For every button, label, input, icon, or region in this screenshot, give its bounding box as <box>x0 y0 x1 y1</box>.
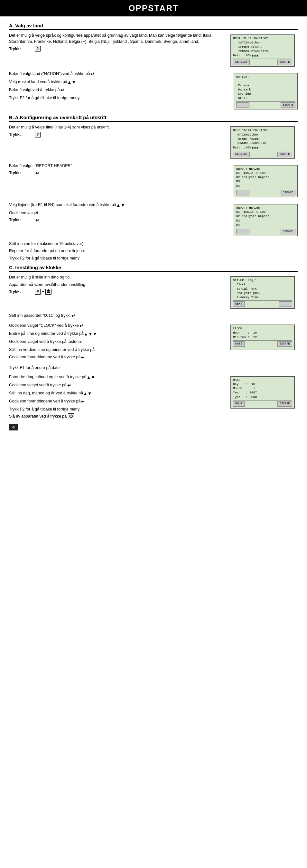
escape-button-2[interactable]: ESCAPE <box>277 152 292 157</box>
page-title: OPPSTART <box>128 3 179 13</box>
screen-line: R3 <box>236 219 296 223</box>
power-off-icon: ⏻ <box>68 413 74 419</box>
screen-line: R1 RIDGID FG-100 <box>236 171 296 175</box>
hour-button[interactable]: HOUR <box>233 401 245 407</box>
escape-button-6[interactable]: ESCAPE <box>277 401 292 407</box>
inst-f2: Trykk F2 for å gå tilbake til forrige me… <box>9 95 229 101</box>
section-b: B. A.Konfigurering av overskrift på utsk… <box>9 115 298 261</box>
section-a-trykk: Trykk: ? <box>9 46 227 52</box>
section-c-date: Trykk F1 for å endre på dato <box>9 365 298 372</box>
screen-line: REPORT HEADER <box>236 206 296 210</box>
screen-line: Serial Port <box>233 287 292 291</box>
section-b-screen3: REPORT HEADER R1 RIDGID FG-100 R2 Analys… <box>234 202 298 238</box>
screen-line: REPORT HEADER <box>236 167 296 171</box>
screen-line: SET-UP Pag.1 <box>233 278 292 282</box>
date-button[interactable]: DATE <box>233 341 245 347</box>
inst-select: Velg ønsket land ved å trykke på ▲ ▼ <box>9 79 229 86</box>
right-arrow-icon: ▼ <box>93 331 97 337</box>
lcd-screen-6: SET-UP Pag.1 Clock Serial Port Analysis … <box>230 276 295 309</box>
screen-line: R2 Analysis Report <box>236 175 296 179</box>
screen-line: R2 Analysis Report <box>236 214 296 218</box>
screen-line: NATION: <box>236 75 296 79</box>
escape-button[interactable]: ESCAPE <box>281 102 296 108</box>
section-b-trykk: Trykk: ? <box>9 132 227 138</box>
inst-nation: Bekreft valgt land ("NATION") ved å tryk… <box>9 71 229 78</box>
section-b-final: Sett inn verdier (maksimum 16 bokstaver)… <box>9 241 298 261</box>
section-b-title: B. A.Konfigurering av overskrift på utsk… <box>9 115 298 122</box>
lcd-screen-1: HELP 15:44 20/01/07 NATION:Other REPORT … <box>230 34 295 67</box>
section-b-screen2: REPORT HEADER R1 RIDGID FG-100 R2 Analys… <box>234 163 298 199</box>
screen-line: R4 <box>236 184 296 188</box>
question-mark-key: ? <box>35 46 40 52</box>
section-a-screen1: HELP 15:44 20/01/07 NATION:Other REPORT … <box>230 33 298 69</box>
screen-line: Minutes : 22 <box>233 335 292 339</box>
screen-line: R4 <box>236 223 296 227</box>
screen-line: R1 RIDGID FG-100 <box>236 210 296 214</box>
screen-line: Year : 2007 <box>233 391 292 395</box>
inst-confirm: Bekreft valgt ved å trykke på ↵ <box>9 87 229 94</box>
next-button[interactable]: NEXT <box>233 301 245 307</box>
service-button-2[interactable]: SERVICE <box>233 152 250 157</box>
section-b-lines: REPORT HEADER R1 RIDGID FG-100 R2 Analys… <box>9 202 298 238</box>
empty-button-2 <box>236 190 249 195</box>
screen-line <box>236 79 296 83</box>
empty-button-3 <box>236 229 249 235</box>
service-button[interactable]: SERVICE <box>233 60 250 65</box>
down-arrow-icon-3: ▼ <box>91 374 95 381</box>
down-arrow-icon-4: ▼ <box>88 390 92 397</box>
inst-confirm-time: Godkjenn valget ved å trykke på tasten ↵ <box>9 339 227 345</box>
up-arrow-icon-5: ▲ <box>83 390 88 397</box>
enter-icon-8: ↵ <box>81 354 85 361</box>
screen-buttons: ESCAPE <box>236 228 296 235</box>
screen-line: Month : 1 <box>233 386 292 391</box>
footer: 4 <box>9 424 298 430</box>
lcd-screen-8: DATE Day : 10 Month : 1 Year : 2007 Type… <box>230 376 295 409</box>
screen-line: HELP 15:44 20/01/07 <box>233 36 292 40</box>
inst-confirm-date: Godkjenn valget ved å trykke på ↵ <box>9 382 227 389</box>
empty-button <box>236 102 249 108</box>
empty-button-4 <box>279 301 292 307</box>
screen-buttons: SERVICE ESCAPE <box>233 59 292 65</box>
enter-icon-5: ↵ <box>71 313 75 319</box>
section-c-screen3: DATE Day : 10 Month : 1 Year : 2007 Type… <box>230 374 298 410</box>
inst-set-date: Still inn dag, måned og år ved å trykke … <box>9 390 227 397</box>
section-c-trykk: Trykk: ✕ + ⏻ <box>9 289 227 295</box>
screen-line: Type : EURO <box>233 395 292 399</box>
lcd-screen-3: HELP 15:44 20/01/07 NATION:Other REPORT … <box>230 126 295 159</box>
section-c-clock: Godkjenn valget "CLOCK" ved å trykke ↵ E… <box>9 322 298 362</box>
screen-line: CLOCK <box>233 327 292 331</box>
screen-line: NATION:Other <box>233 40 292 45</box>
section-b-body: Det er mulig å velge tittel (linje 1-4) … <box>9 124 227 130</box>
screen-line: REPORT HEADER <box>233 137 292 141</box>
escape-button-4[interactable]: ESCAPE <box>281 229 296 235</box>
enter-icon-6: ↵ <box>79 322 83 329</box>
inst-time-change: Endre på time og minutter ved å trykke p… <box>9 331 227 337</box>
escape-button-5[interactable]: ESCAPE <box>277 341 292 347</box>
escape-button[interactable]: ESCAPE <box>277 60 292 65</box>
up-arrow-icon-4: ▲ <box>86 374 91 381</box>
section-c-password: Sett inn passordet "0011" og trykk: ↵ <box>9 313 298 321</box>
screen-line: NATION:Other <box>233 133 292 137</box>
enter-icon: ↵ <box>91 71 95 78</box>
up-arrow-icon-3: ▲ <box>84 331 88 337</box>
enter-icon-4: ↵ <box>35 217 39 224</box>
section-b-intro: Det er mulig å velge tittel (linje 1-4) … <box>9 124 298 161</box>
escape-button-3[interactable]: ESCAPE <box>281 190 296 195</box>
section-c-screen1: SET-UP Pag.1 Clock Serial Port Analysis … <box>230 274 298 311</box>
screen-line: Day : 10 <box>233 382 292 386</box>
screen-line: SENSOR DIAGNOSIS <box>233 49 292 54</box>
inst-report-header: Bekreft valget "REPORT HEADER" <box>9 163 229 169</box>
enter-icon-10: ↵ <box>81 398 85 405</box>
down-arrow-icon-fill: ▼ <box>88 331 93 337</box>
screen-line: HELP 15:44 20/01/07 <box>233 128 292 132</box>
inst-change-date: Forandre dag, måned og år ved å trykke p… <box>9 374 227 381</box>
section-b-screen1: HELP 15:44 20/01/07 NATION:Other REPORT … <box>230 124 298 161</box>
screen-line: Batt. 100%▮▮▮▮ <box>233 54 292 58</box>
section-a-title: A. Valg av land <box>9 23 298 30</box>
enter-icon-9: ↵ <box>67 382 71 389</box>
screen-line: Espana <box>236 83 296 88</box>
down-arrow-icon-2: ▼ <box>121 202 125 209</box>
section-c-intro: Det er mulig å stille inn dato og tid. A… <box>9 274 298 311</box>
screen-buttons: DATE ESCAPE <box>233 340 292 347</box>
inst-clock: Godkjenn valget "CLOCK" ved å trykke ↵ <box>9 322 227 329</box>
